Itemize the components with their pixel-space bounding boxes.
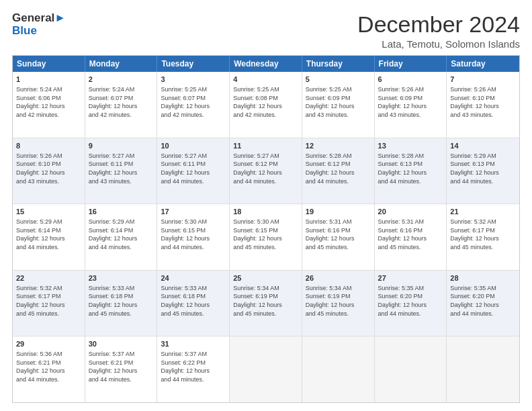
cal-cell: 22Sunrise: 5:32 AM Sunset: 6:17 PM Dayli… — [13, 271, 85, 336]
cal-cell — [447, 336, 519, 402]
cal-cell: 7Sunrise: 5:26 AM Sunset: 6:10 PM Daylig… — [447, 72, 519, 138]
cal-cell: 31Sunrise: 5:37 AM Sunset: 6:22 PM Dayli… — [157, 336, 230, 402]
calendar-body: 1Sunrise: 5:24 AM Sunset: 6:06 PM Daylig… — [13, 72, 519, 402]
day-number: 9 — [89, 141, 154, 151]
cal-cell: 26Sunrise: 5:34 AM Sunset: 6:19 PM Dayli… — [302, 271, 375, 336]
cal-cell: 20Sunrise: 5:31 AM Sunset: 6:16 PM Dayli… — [375, 204, 447, 270]
day-number: 27 — [378, 273, 443, 283]
day-info: Sunrise: 5:30 AM Sunset: 6:15 PM Dayligh… — [233, 218, 298, 251]
logo-general: General► — [12, 12, 66, 25]
logo: General► Blue — [12, 12, 66, 37]
day-number: 23 — [89, 273, 154, 283]
day-info: Sunrise: 5:29 AM Sunset: 6:14 PM Dayligh… — [16, 218, 81, 251]
cal-cell: 10Sunrise: 5:27 AM Sunset: 6:11 PM Dayli… — [157, 138, 230, 204]
day-info: Sunrise: 5:33 AM Sunset: 6:18 PM Dayligh… — [161, 284, 226, 318]
day-info: Sunrise: 5:34 AM Sunset: 6:19 PM Dayligh… — [233, 284, 298, 318]
title-area: December 2024 Lata, Temotu, Solomon Isla… — [357, 12, 520, 50]
day-info: Sunrise: 5:25 AM Sunset: 6:09 PM Dayligh… — [306, 85, 371, 119]
cal-cell — [230, 336, 302, 402]
cal-header-wednesday: Wednesday — [230, 56, 302, 72]
day-number: 10 — [161, 141, 226, 151]
day-info: Sunrise: 5:30 AM Sunset: 6:15 PM Dayligh… — [161, 218, 226, 251]
day-info: Sunrise: 5:37 AM Sunset: 6:21 PM Dayligh… — [89, 350, 154, 383]
day-info: Sunrise: 5:27 AM Sunset: 6:11 PM Dayligh… — [89, 152, 154, 185]
cal-header-thursday: Thursday — [302, 56, 375, 72]
cal-cell: 19Sunrise: 5:31 AM Sunset: 6:16 PM Dayli… — [302, 204, 375, 270]
day-info: Sunrise: 5:28 AM Sunset: 6:12 PM Dayligh… — [306, 152, 371, 185]
day-number: 8 — [16, 141, 81, 151]
cal-week-2: 8Sunrise: 5:26 AM Sunset: 6:10 PM Daylig… — [13, 138, 519, 205]
cal-week-4: 22Sunrise: 5:32 AM Sunset: 6:17 PM Dayli… — [13, 271, 519, 337]
cal-header-tuesday: Tuesday — [157, 56, 230, 72]
cal-cell: 27Sunrise: 5:35 AM Sunset: 6:20 PM Dayli… — [375, 271, 447, 336]
day-number: 21 — [450, 207, 516, 217]
day-number: 3 — [161, 75, 226, 85]
calendar: SundayMondayTuesdayWednesdayThursdayFrid… — [12, 55, 520, 403]
day-number: 22 — [16, 273, 81, 283]
cal-cell: 12Sunrise: 5:28 AM Sunset: 6:12 PM Dayli… — [302, 138, 375, 204]
day-number: 31 — [161, 339, 226, 349]
subtitle: Lata, Temotu, Solomon Islands — [357, 38, 520, 50]
cal-week-5: 29Sunrise: 5:36 AM Sunset: 6:21 PM Dayli… — [13, 336, 519, 402]
day-number: 14 — [450, 141, 516, 151]
cal-cell: 5Sunrise: 5:25 AM Sunset: 6:09 PM Daylig… — [302, 72, 375, 138]
day-info: Sunrise: 5:25 AM Sunset: 6:07 PM Dayligh… — [161, 85, 226, 119]
cal-cell: 3Sunrise: 5:25 AM Sunset: 6:07 PM Daylig… — [157, 72, 230, 138]
header: General► Blue December 2024 Lata, Temotu… — [12, 12, 520, 50]
cal-cell: 9Sunrise: 5:27 AM Sunset: 6:11 PM Daylig… — [85, 138, 158, 204]
cal-cell: 16Sunrise: 5:29 AM Sunset: 6:14 PM Dayli… — [85, 204, 158, 270]
day-number: 26 — [306, 273, 371, 283]
day-number: 20 — [378, 207, 443, 217]
day-number: 24 — [161, 273, 226, 283]
day-number: 16 — [89, 207, 154, 217]
cal-cell: 11Sunrise: 5:27 AM Sunset: 6:12 PM Dayli… — [230, 138, 302, 204]
day-number: 28 — [450, 273, 516, 283]
day-number: 19 — [306, 207, 371, 217]
cal-header-sunday: Sunday — [13, 56, 85, 72]
calendar-header: SundayMondayTuesdayWednesdayThursdayFrid… — [13, 56, 519, 72]
day-number: 1 — [16, 75, 81, 85]
page: General► Blue December 2024 Lata, Temotu… — [0, 0, 532, 411]
day-info: Sunrise: 5:33 AM Sunset: 6:18 PM Dayligh… — [89, 284, 154, 318]
day-info: Sunrise: 5:32 AM Sunset: 6:17 PM Dayligh… — [450, 218, 516, 251]
day-number: 2 — [89, 75, 154, 85]
day-number: 7 — [450, 75, 516, 85]
cal-cell: 24Sunrise: 5:33 AM Sunset: 6:18 PM Dayli… — [157, 271, 230, 336]
day-info: Sunrise: 5:29 AM Sunset: 6:14 PM Dayligh… — [89, 218, 154, 251]
day-number: 13 — [378, 141, 443, 151]
day-info: Sunrise: 5:34 AM Sunset: 6:19 PM Dayligh… — [306, 284, 371, 318]
main-title: December 2024 — [357, 12, 520, 37]
day-number: 11 — [233, 141, 298, 151]
cal-cell: 6Sunrise: 5:26 AM Sunset: 6:09 PM Daylig… — [375, 72, 447, 138]
day-info: Sunrise: 5:37 AM Sunset: 6:22 PM Dayligh… — [161, 350, 226, 383]
day-info: Sunrise: 5:26 AM Sunset: 6:10 PM Dayligh… — [16, 152, 81, 185]
cal-cell — [302, 336, 375, 402]
day-info: Sunrise: 5:26 AM Sunset: 6:10 PM Dayligh… — [450, 85, 516, 119]
day-number: 30 — [89, 339, 154, 349]
day-number: 29 — [16, 339, 81, 349]
day-info: Sunrise: 5:29 AM Sunset: 6:13 PM Dayligh… — [450, 152, 516, 185]
logo-blue: Blue — [12, 25, 66, 38]
cal-cell: 18Sunrise: 5:30 AM Sunset: 6:15 PM Dayli… — [230, 204, 302, 270]
day-info: Sunrise: 5:28 AM Sunset: 6:13 PM Dayligh… — [378, 152, 443, 185]
cal-week-3: 15Sunrise: 5:29 AM Sunset: 6:14 PM Dayli… — [13, 204, 519, 271]
cal-cell: 30Sunrise: 5:37 AM Sunset: 6:21 PM Dayli… — [85, 336, 158, 402]
day-info: Sunrise: 5:35 AM Sunset: 6:20 PM Dayligh… — [450, 284, 516, 318]
day-number: 6 — [378, 75, 443, 85]
day-number: 5 — [306, 75, 371, 85]
cal-cell: 28Sunrise: 5:35 AM Sunset: 6:20 PM Dayli… — [447, 271, 519, 336]
day-info: Sunrise: 5:24 AM Sunset: 6:06 PM Dayligh… — [16, 85, 81, 119]
cal-header-monday: Monday — [85, 56, 158, 72]
day-info: Sunrise: 5:31 AM Sunset: 6:16 PM Dayligh… — [306, 218, 371, 251]
cal-cell: 25Sunrise: 5:34 AM Sunset: 6:19 PM Dayli… — [230, 271, 302, 336]
cal-header-saturday: Saturday — [447, 56, 519, 72]
day-info: Sunrise: 5:27 AM Sunset: 6:11 PM Dayligh… — [161, 152, 226, 185]
cal-cell: 14Sunrise: 5:29 AM Sunset: 6:13 PM Dayli… — [447, 138, 519, 204]
cal-cell: 2Sunrise: 5:24 AM Sunset: 6:07 PM Daylig… — [85, 72, 158, 138]
day-number: 17 — [161, 207, 226, 217]
cal-week-1: 1Sunrise: 5:24 AM Sunset: 6:06 PM Daylig… — [13, 72, 519, 138]
cal-cell: 15Sunrise: 5:29 AM Sunset: 6:14 PM Dayli… — [13, 204, 85, 270]
day-info: Sunrise: 5:25 AM Sunset: 6:08 PM Dayligh… — [233, 85, 298, 119]
cal-cell: 13Sunrise: 5:28 AM Sunset: 6:13 PM Dayli… — [375, 138, 447, 204]
day-info: Sunrise: 5:31 AM Sunset: 6:16 PM Dayligh… — [378, 218, 443, 251]
